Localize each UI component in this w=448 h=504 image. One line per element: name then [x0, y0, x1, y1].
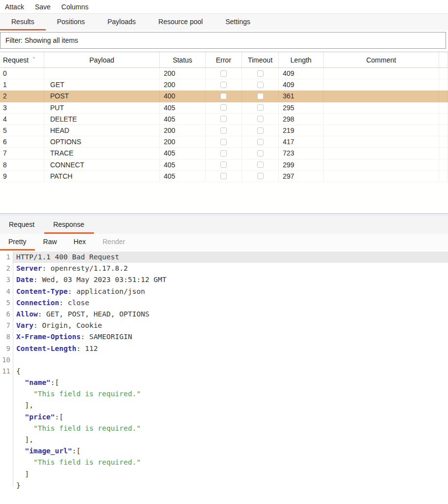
comment-cell	[324, 114, 439, 125]
request-cell: 1	[0, 79, 44, 91]
tab-resource-pool[interactable]: Resource pool	[147, 14, 214, 31]
comment-cell	[324, 159, 439, 171]
status-cell: 405	[160, 171, 206, 182]
line-number: 8	[0, 331, 13, 343]
tab-raw[interactable]: Raw	[35, 234, 65, 251]
menu-save[interactable]: Save	[35, 3, 51, 11]
status-cell: 405	[160, 102, 206, 114]
message-tab-bar: Request Response	[0, 216, 448, 234]
column-header-status[interactable]: Status	[160, 52, 206, 68]
payload-cell: OPTIONS	[44, 136, 160, 148]
table-row[interactable]: 8CONNECT405299	[0, 159, 448, 171]
length-cell: 409	[279, 68, 324, 79]
spacer-cell	[439, 68, 448, 79]
spacer-cell	[439, 91, 448, 102]
tab-render: Render	[94, 234, 134, 251]
status-cell: 405	[160, 114, 206, 125]
tab-hex[interactable]: Hex	[65, 234, 94, 251]
error-checkbox	[220, 127, 227, 134]
error-cell	[206, 68, 242, 79]
length-cell: 409	[279, 79, 324, 91]
column-header-timeout[interactable]: Timeout	[242, 52, 279, 68]
error-checkbox	[220, 139, 227, 145]
line-number: 4	[0, 286, 13, 297]
column-header-length[interactable]: Length	[279, 52, 324, 68]
length-cell: 361	[279, 91, 324, 102]
line-number: 1	[0, 252, 13, 263]
tab-response[interactable]: Response	[44, 216, 94, 234]
tab-positions[interactable]: Positions	[46, 14, 96, 31]
payload-cell: POST	[44, 91, 160, 102]
timeout-checkbox	[257, 104, 264, 111]
request-cell: 0	[0, 68, 44, 79]
filter-bar[interactable]: Filter: Showing all items	[0, 32, 446, 49]
code-line: }	[13, 480, 448, 491]
table-row[interactable]: 3PUT405295	[0, 102, 448, 114]
menu-columns[interactable]: Columns	[61, 3, 89, 11]
status-cell: 405	[160, 159, 206, 171]
spacer-cell	[439, 171, 448, 182]
timeout-cell	[242, 102, 279, 114]
line-number: 11	[0, 366, 13, 377]
line-number	[0, 457, 13, 468]
timeout-checkbox	[257, 93, 264, 99]
response-editor[interactable]: 1234567891011 HTTP/1.1 400 Bad RequestSe…	[0, 251, 448, 487]
table-row[interactable]: 1GET200409	[0, 79, 448, 91]
request-cell: 8	[0, 159, 44, 171]
column-header-comment[interactable]: Comment	[324, 52, 439, 68]
error-checkbox	[220, 161, 227, 168]
menu-attack[interactable]: Attack	[5, 3, 24, 11]
table-row[interactable]: 7TRACE405723	[0, 148, 448, 159]
code-line: Allow: GET, POST, HEAD, OPTIONS	[13, 309, 448, 320]
tab-settings[interactable]: Settings	[214, 14, 262, 31]
request-cell: 5	[0, 125, 44, 136]
timeout-checkbox	[257, 150, 264, 157]
table-row[interactable]: 5HEAD200219	[0, 125, 448, 136]
comment-cell	[324, 125, 439, 136]
column-header-payload[interactable]: Payload	[44, 52, 160, 68]
results-table: Request ⌃ Payload Status Error Timeout L…	[0, 52, 448, 213]
length-cell: 297	[279, 171, 324, 182]
spacer-cell	[439, 125, 448, 136]
status-cell: 400	[160, 91, 206, 102]
length-cell: 723	[279, 148, 324, 159]
table-row[interactable]: 2POST400361	[0, 91, 448, 102]
code-line	[13, 354, 448, 366]
table-row[interactable]: 4DELETE405298	[0, 114, 448, 125]
table-row[interactable]: 9PATCH405297	[0, 171, 448, 182]
column-header-spacer	[439, 52, 448, 68]
payload-cell: HEAD	[44, 125, 160, 136]
code-line: "price":[	[13, 411, 448, 423]
error-checkbox	[220, 93, 227, 99]
line-number	[0, 377, 13, 388]
table-row[interactable]: 0200409	[0, 68, 448, 79]
table-row[interactable]: 6OPTIONS200417	[0, 136, 448, 148]
line-number	[0, 423, 13, 434]
code-line: X-Frame-Options: SAMEORIGIN	[13, 331, 448, 343]
error-checkbox	[220, 116, 227, 122]
tab-results[interactable]: Results	[0, 14, 46, 31]
tab-pretty[interactable]: Pretty	[0, 234, 35, 251]
column-header-error[interactable]: Error	[206, 52, 242, 68]
spacer-cell	[439, 79, 448, 91]
timeout-cell	[242, 79, 279, 91]
request-cell: 4	[0, 114, 44, 125]
tab-request[interactable]: Request	[0, 216, 44, 234]
column-header-request[interactable]: Request ⌃	[0, 52, 44, 68]
payload-cell: CONNECT	[44, 159, 160, 171]
error-cell	[206, 159, 242, 171]
request-cell: 9	[0, 171, 44, 182]
status-cell: 200	[160, 79, 206, 91]
code-line: Vary: Origin, Cookie	[13, 320, 448, 331]
line-number	[0, 388, 13, 400]
error-checkbox	[220, 82, 227, 88]
comment-cell	[324, 91, 439, 102]
tab-payloads[interactable]: Payloads	[96, 14, 148, 31]
menu-bar: Attack Save Columns	[0, 0, 448, 14]
line-number-gutter: 1234567891011	[0, 252, 13, 487]
timeout-checkbox	[257, 127, 264, 134]
code-line: Content-Type: application/json	[13, 286, 448, 297]
timeout-cell	[242, 136, 279, 148]
length-cell: 298	[279, 114, 324, 125]
timeout-cell	[242, 91, 279, 102]
